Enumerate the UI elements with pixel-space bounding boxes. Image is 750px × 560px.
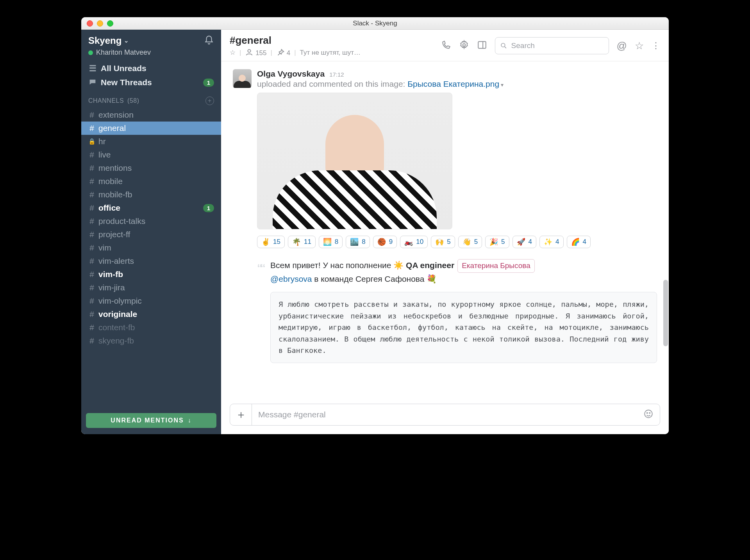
reaction-count: 5: [447, 238, 450, 246]
section-label: CHANNELS: [88, 97, 124, 104]
channel-item[interactable]: #extension: [81, 108, 221, 122]
star-toolbar-icon[interactable]: ☆: [635, 40, 644, 52]
channel-item[interactable]: #vim-olympic: [81, 294, 221, 308]
settings-icon[interactable]: [459, 40, 469, 52]
unread-mentions-button[interactable]: UNREAD MENTIONS ↓: [86, 413, 216, 428]
reaction-emoji: ✨: [544, 238, 552, 246]
channel-item[interactable]: #general: [81, 122, 221, 135]
window-close-button[interactable]: [87, 20, 93, 27]
reaction-count: 4: [555, 238, 559, 246]
channel-name: extension: [98, 110, 134, 120]
nav-all-unreads[interactable]: ☰ All Unreads: [81, 61, 221, 75]
channel-item[interactable]: #vim-jira: [81, 281, 221, 294]
channel-item[interactable]: #vim-alerts: [81, 254, 221, 268]
hash-icon: #: [88, 163, 95, 173]
mentions-icon[interactable]: @: [617, 40, 627, 52]
channel-name: vim-olympic: [98, 296, 142, 306]
reaction-emoji: 🌴: [292, 238, 301, 246]
channel-item[interactable]: #live: [81, 148, 221, 161]
channel-item[interactable]: #product-talks: [81, 215, 221, 228]
channel-item[interactable]: #mobile-fb: [81, 188, 221, 201]
channel-item[interactable]: #voriginale: [81, 308, 221, 321]
reaction-button[interactable]: 🌈4: [567, 236, 591, 248]
channel-item[interactable]: #office1: [81, 201, 221, 215]
reaction-button[interactable]: 👋5: [458, 236, 482, 248]
caret-down-icon[interactable]: ▾: [501, 82, 504, 88]
search-input[interactable]: [511, 41, 604, 50]
reaction-button[interactable]: 🏍️10: [400, 236, 428, 248]
message-author[interactable]: Olga Vygovskaya: [257, 69, 325, 79]
composer-attach-button[interactable]: ＋: [230, 404, 252, 425]
reaction-button[interactable]: 🚀4: [512, 236, 536, 248]
pins-count[interactable]: 4: [276, 48, 290, 57]
reaction-count: 5: [501, 238, 505, 246]
reaction-emoji: 🌅: [323, 238, 332, 246]
channel-item[interactable]: #project-ff: [81, 228, 221, 241]
lock-icon: 🔒: [88, 138, 95, 145]
reaction-button[interactable]: ✨4: [539, 236, 563, 248]
channel-name: vim-alerts: [98, 256, 134, 266]
message-time: 17:12: [329, 71, 344, 78]
composer-input[interactable]: [252, 410, 637, 419]
chevron-down-icon: ⌄: [124, 37, 129, 44]
channel-name: project-ff: [98, 230, 130, 239]
emoji-picker-icon[interactable]: [637, 409, 660, 420]
channel-item[interactable]: #mentions: [81, 161, 221, 175]
call-icon[interactable]: [441, 40, 451, 52]
reaction-button[interactable]: 🌴11: [288, 236, 316, 248]
reaction-button[interactable]: 🌅8: [319, 236, 343, 248]
message-list[interactable]: Olga Vygovskaya 17:12 uploaded and comme…: [221, 61, 669, 396]
reaction-emoji: 🏍️: [404, 238, 413, 246]
hash-icon: #: [88, 310, 95, 319]
user-chip[interactable]: Екатерина Брысова: [457, 259, 535, 273]
svg-rect-2: [478, 41, 486, 48]
reaction-button[interactable]: 🙌5: [431, 236, 455, 248]
more-icon[interactable]: ⋮: [652, 41, 660, 51]
hash-icon: #: [88, 256, 95, 266]
channel-item[interactable]: 🔒hr: [81, 135, 221, 148]
channel-name: product-talks: [98, 216, 145, 226]
titlebar[interactable]: Slack - Skyeng: [81, 17, 669, 30]
svg-point-8: [649, 413, 650, 413]
channel-name: content-fb: [98, 323, 135, 332]
channel-name: skyeng-fb: [98, 336, 134, 345]
window-zoom-button[interactable]: [107, 20, 113, 27]
channel-list: #extension#general🔒hr#live#mentions#mobi…: [81, 108, 221, 409]
reaction-count: 5: [474, 238, 478, 246]
nav-new-threads[interactable]: New Threads 1: [81, 75, 221, 89]
reaction-button[interactable]: 🏙️8: [346, 236, 370, 248]
window-minimize-button[interactable]: [97, 20, 103, 27]
svg-point-6: [645, 410, 652, 418]
channel-item[interactable]: #skyeng-fb: [81, 334, 221, 347]
star-icon[interactable]: ☆: [230, 48, 236, 57]
toggle-pane-icon[interactable]: [477, 40, 487, 52]
avatar[interactable]: [233, 69, 252, 88]
current-user[interactable]: Khariton Matveev: [88, 48, 151, 57]
image-attachment[interactable]: [257, 93, 452, 229]
reaction-button[interactable]: 🎉5: [485, 236, 509, 248]
reaction-count: 9: [389, 238, 393, 246]
channel-name: hr: [98, 137, 106, 146]
threads-badge: 1: [203, 79, 214, 87]
channel-name: vim-fb: [98, 270, 123, 279]
channel-topic[interactable]: Тут не шутят, шут…: [300, 49, 361, 57]
notifications-icon[interactable]: [204, 35, 214, 45]
channel-item[interactable]: #vim: [81, 241, 221, 254]
hash-icon: #: [88, 216, 95, 226]
channel-item[interactable]: #mobile: [81, 175, 221, 188]
reaction-button[interactable]: 🏀9: [373, 236, 397, 248]
channel-name: vim-jira: [98, 283, 125, 292]
arrow-down-icon: ↓: [188, 417, 192, 424]
channel-title[interactable]: #general: [230, 34, 361, 47]
scrollbar-thumb[interactable]: [663, 280, 668, 346]
workspace-switcher[interactable]: Skyeng ⌄: [88, 35, 151, 46]
attachment-link[interactable]: Брысова Екатерина.png: [407, 79, 499, 88]
channel-item[interactable]: #vim-fb: [81, 268, 221, 281]
members-count[interactable]: 155: [245, 48, 266, 57]
message-text: Всем привет! У нас пополнение ☀️ QA engi…: [257, 259, 657, 285]
add-channel-button[interactable]: +: [205, 97, 214, 105]
search-box[interactable]: [495, 37, 609, 54]
reaction-button[interactable]: ✌️15: [257, 236, 285, 248]
channel-item[interactable]: #content-fb: [81, 321, 221, 334]
mention[interactable]: @ebrysova: [270, 274, 312, 283]
